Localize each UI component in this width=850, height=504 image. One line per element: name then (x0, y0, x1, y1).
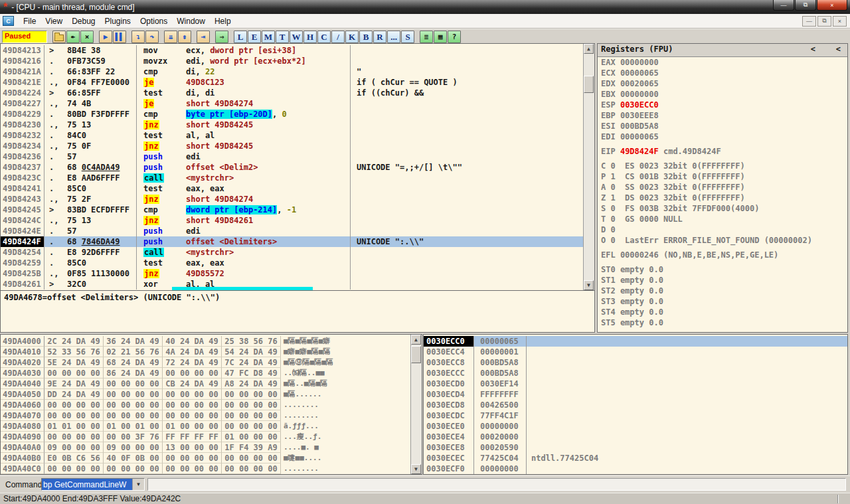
register-line[interactable]: ST4 empty 0.0 (598, 307, 847, 317)
disasm-row[interactable]: 49D8423C.E8 AAD6FFFFcall<mystrchr> (1, 173, 594, 183)
stack-row[interactable]: 0030ECC000000065 (424, 336, 847, 347)
register-line[interactable]: ST1 empty 0.0 (598, 275, 847, 286)
dump-row[interactable]: 49DA401052 33 56 7602 21 56 764A 24 DA 4… (1, 347, 422, 357)
animate-over-button[interactable]: ⇟ (178, 31, 191, 43)
scroll-down-icon[interactable]: ▼ (411, 464, 421, 474)
register-line[interactable]: EDI 00000065 (598, 131, 847, 142)
close-program-button[interactable]: × (80, 31, 94, 43)
disasm-row[interactable]: 49D84216.0FB73C59movzxedi, word ptr [ecx… (1, 56, 594, 66)
run-button[interactable]: ▶ (99, 31, 112, 43)
stack-row[interactable]: 0030ECF000000000 (424, 463, 847, 474)
info-pane[interactable]: 49DA4678=offset <Delimiters> (UNICODE ":… (0, 290, 595, 333)
stack-pane[interactable]: 0030ECC0000000650030ECC4000000010030ECC8… (423, 334, 848, 475)
restart-button[interactable]: ↞ (66, 31, 80, 43)
mdi-restore-button[interactable]: ⧉ (817, 16, 831, 27)
disasm-row[interactable]: 49D8421A.66:83FF 22cmpdi, 22" (1, 66, 594, 77)
dump-row[interactable]: 49DA406000 00 00 0000 00 00 0000 00 00 0… (1, 400, 422, 410)
register-line[interactable]: C 0 ES 0023 32bit 0(FFFFFFFF) (598, 161, 847, 171)
dump-row[interactable]: 49DA407000 00 00 0000 00 00 0000 00 00 0… (1, 410, 422, 421)
register-line[interactable]: EAX 00000000 (598, 57, 847, 68)
dump-row[interactable]: 49DA40B0E0 0B C6 5640 0F 0B 0000 00 00 0… (1, 453, 422, 463)
register-line[interactable]: EBP 0030EEE8 (598, 110, 847, 121)
dump-scrollbar[interactable]: ▲ ▼ (410, 335, 422, 474)
disasm-row[interactable]: 49D8421E.,0F84 FF7E0000je49D8C123if ( ch… (1, 77, 594, 88)
mdi-close-button[interactable]: × (833, 16, 847, 27)
scroll-up-icon[interactable]: ▲ (584, 44, 594, 54)
disasm-row[interactable]: 49D8425B.,0F85 11130000jnz49D85572 (1, 268, 594, 279)
disassembly-scrollbar[interactable]: ▲ ▼ (583, 44, 594, 290)
register-line[interactable]: ECX 00000065 (598, 68, 847, 78)
disasm-row[interactable]: 49D84259.85C0testeax, eax (1, 258, 594, 268)
register-line[interactable]: O 0 LastErr ERROR_FILE_NOT_FOUND (000000… (598, 235, 847, 246)
register-line[interactable]: ESI 000BD5A8 (598, 121, 847, 131)
animate-into-button[interactable]: ⇊ (164, 31, 177, 43)
toolbar-letter-e[interactable]: E (248, 31, 261, 43)
dump-row[interactable]: 49DA408001 01 00 0001 00 01 0001 00 00 0… (1, 421, 422, 432)
disasm-row[interactable]: 49D84254.E8 92D6FFFFcall<mystrchr> (1, 247, 594, 258)
register-line[interactable]: P 1 CS 001B 32bit 0(FFFFFFFF) (598, 171, 847, 182)
toolbar-letter-k[interactable]: K (345, 31, 359, 43)
stack-row[interactable]: 0030ECCC000BD5A8 (424, 368, 847, 378)
scroll-down-icon[interactable]: ▼ (584, 280, 594, 290)
register-line[interactable]: D 0 (598, 224, 847, 235)
close-button[interactable]: × (817, 0, 847, 11)
toolbar-letter-h[interactable]: H (303, 31, 317, 43)
registers-header[interactable]: Registers (FPU) < < (598, 44, 847, 57)
register-line[interactable]: EIP 49D8424F cmd.49D8424F (598, 146, 847, 157)
chevron-down-icon[interactable]: ▼ (132, 479, 144, 490)
stack-row[interactable]: 0030ECD00030EF14 (424, 378, 847, 389)
toolbar-letter-m[interactable]: M (262, 31, 275, 43)
toolbar-letter-c[interactable]: C (317, 31, 331, 43)
menu-item-options[interactable]: Options (135, 15, 172, 27)
stack-row[interactable]: 0030ECC400000001 (424, 347, 847, 357)
chevron-left-icon[interactable]: < (811, 44, 815, 54)
disasm-row[interactable]: 49D8424C.,75 13jnzshort 49D84261 (1, 215, 594, 226)
menu-item-file[interactable]: File (19, 15, 41, 27)
mdi-system-icon[interactable]: C (3, 16, 14, 26)
menu-item-plugins[interactable]: Plugins (100, 15, 135, 27)
stack-row[interactable]: 0030ECEC77425C04ntdll.77425C04 (424, 453, 847, 463)
open-file-button[interactable] (52, 31, 66, 43)
stack-row[interactable]: 0030ECD4FFFFFFFF (424, 389, 847, 400)
dump-row[interactable]: 49DA40002C 24 DA 4936 24 DA 4940 24 DA 4… (1, 336, 422, 347)
register-line[interactable]: A 0 SS 0023 32bit 0(FFFFFFFF) (598, 182, 847, 193)
toolbar-letter-r[interactable]: R (373, 31, 386, 43)
command-input[interactable]: bp GetCommandLineW (42, 479, 132, 490)
scroll-up-icon[interactable]: ▲ (411, 335, 421, 345)
disasm-row[interactable]: 49D84224>66:85FFtestdi, diif ((chCur) && (1, 88, 594, 98)
disasm-row[interactable]: 49D84261>32C0xoral, al (1, 279, 594, 290)
disasm-row[interactable]: 49D84236.57pushedi (1, 151, 594, 162)
menu-item-debug[interactable]: Debug (67, 15, 100, 27)
register-line[interactable]: Z 1 DS 0023 32bit 0(FFFFFFFF) (598, 193, 847, 203)
toolbar-letter-dots[interactable]: ... (387, 31, 400, 43)
stack-row[interactable]: 0030ECDC77FF4C1F (424, 410, 847, 421)
go-to-address-button[interactable]: ⇒ (215, 31, 228, 43)
restore-button[interactable]: ⧉ (795, 0, 816, 11)
register-line[interactable]: ESP 0030ECC0 (598, 100, 847, 110)
stack-row[interactable]: 0030ECD800426500 (424, 400, 847, 410)
memory-dump-pane[interactable]: 49DA40002C 24 DA 4936 24 DA 4940 24 DA 4… (0, 334, 422, 475)
disasm-row[interactable]: 49D8424F.68 7846DA49pushoffset <Delimite… (1, 236, 594, 247)
step-over-button[interactable]: ↷ (145, 31, 159, 43)
register-line[interactable]: EFL 00000246 (NO,NB,E,BE,NS,PE,GE,LE) (598, 250, 847, 260)
menu-item-help[interactable]: Help (210, 15, 236, 27)
disasm-row[interactable]: 49D84234.,75 0Fjnzshort 49D84245 (1, 141, 594, 151)
disassembly-pane[interactable]: 49D84213>8B4E 38movecx, dword ptr [esi+3… (0, 43, 595, 290)
disasm-row[interactable]: 49D84213>8B4E 38movecx, dword ptr [esi+3… (1, 45, 594, 56)
dump-row[interactable]: 49DA40C000 00 00 0000 00 00 0000 00 00 0… (1, 463, 422, 474)
disasm-row[interactable]: 49D84245>83BD ECFDFFFFcmpdword ptr [ebp-… (1, 205, 594, 215)
dump-row[interactable]: 49DA40A009 00 00 0009 00 00 0013 00 00 0… (1, 442, 422, 453)
register-line[interactable]: EDX 00020065 (598, 78, 847, 89)
chevron-left-icon[interactable]: < (836, 44, 841, 54)
menu-item-window[interactable]: Window (172, 15, 210, 27)
disasm-row[interactable]: 49D84232.84C0testal, al (1, 130, 594, 141)
step-into-button[interactable]: ↴ (131, 31, 145, 43)
register-line[interactable]: ST3 empty 0.0 (598, 296, 847, 307)
disasm-row[interactable]: 49D84241.85C0testeax, eax (1, 183, 594, 194)
disasm-row[interactable]: 49D84243.,75 2Fjnzshort 49D84274 (1, 194, 594, 205)
toolbar-letter-b[interactable]: B (359, 31, 373, 43)
stack-row[interactable]: 0030ECE400020000 (424, 432, 847, 442)
scrollbar-thumb[interactable] (411, 346, 421, 363)
pause-button[interactable]: ▌▌ (113, 31, 126, 43)
help-button[interactable]: ? (448, 31, 461, 43)
